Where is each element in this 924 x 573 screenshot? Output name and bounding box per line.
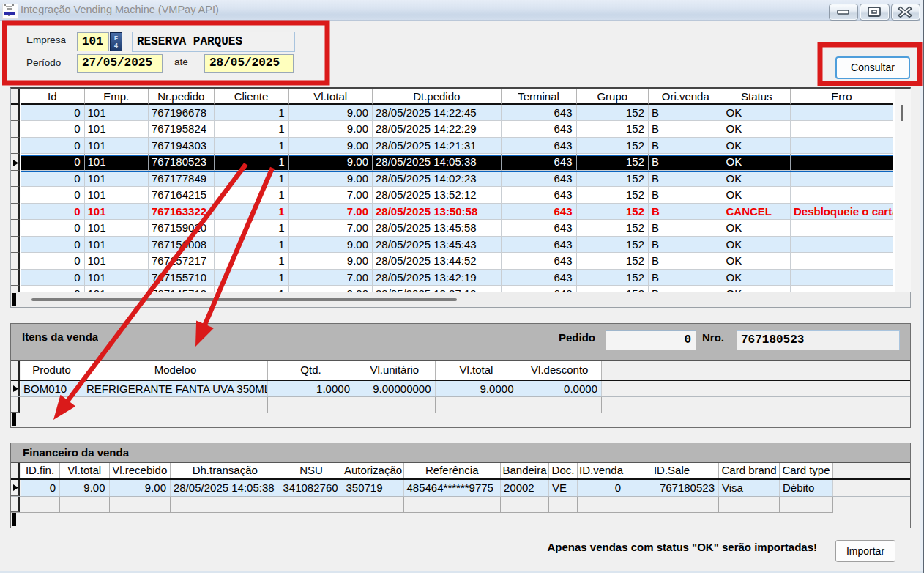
svg-text:4: 4 <box>114 42 119 50</box>
svg-text:F: F <box>114 35 118 42</box>
